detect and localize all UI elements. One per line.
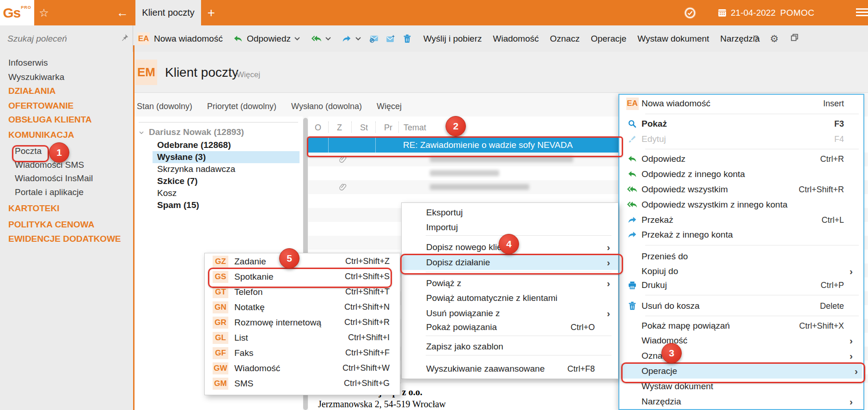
back-arrow-icon[interactable]: ←	[112, 0, 133, 25]
sidebar-section-komunikacja[interactable]: KOMUNIKACJA	[8, 130, 74, 140]
trash-icon	[402, 34, 412, 44]
send-receive-button[interactable]: Wyślij i pobierz	[423, 34, 482, 44]
folder-szkice[interactable]: Szkice (7)	[157, 176, 198, 186]
help-button[interactable]: ?	[753, 33, 759, 44]
menu-item-drukuj[interactable]: Drukuj Ctrl+P	[623, 278, 857, 293]
menu-item-pokaz-mape-powiazan[interactable]: Pokaż mapę powiązań Ctrl+Shift+X	[623, 318, 857, 333]
sidebar-section-ofertowanie[interactable]: OFERTOWANIE	[8, 101, 73, 111]
issue-document-button[interactable]: Wystaw dokument	[637, 34, 709, 44]
chevron-down-icon[interactable]	[138, 129, 145, 136]
filter-more[interactable]: Więcej	[377, 102, 402, 113]
gm-badge: GM	[213, 378, 228, 390]
help-link[interactable]: POMOC	[780, 0, 814, 25]
menu-item-faks[interactable]: GF Faks Ctrl+Shift+F	[205, 345, 400, 361]
sidebar-item-portale-i-aplikacje[interactable]: Portale i aplikacje	[15, 187, 84, 197]
filter-sent[interactable]: Wysłano (dowolna)	[291, 102, 362, 113]
menu-item-usun-do-kosza[interactable]: Usuń do kosza Delete	[623, 299, 857, 313]
menu-item-wyszukiwanie-zaawansowane[interactable]: Wyszukiwanie zaawansowane Ctrl+F8	[402, 361, 618, 376]
menu-item-oznacz[interactable]: Oznacz ›	[623, 349, 857, 363]
menu-item-zapisz-jako-szablon[interactable]: Zapisz jako szablon	[402, 339, 618, 354]
menu-item-importuj[interactable]: Importuj	[402, 220, 618, 235]
sidebar-item-infoserwis[interactable]: Infoserwis	[8, 58, 48, 68]
column-header-temat[interactable]: Temat	[403, 123, 426, 133]
search-input[interactable]	[6, 33, 121, 44]
mark-menu-button[interactable]: Oznacz	[550, 34, 580, 44]
folder-skrzynka-nadawcza[interactable]: Skrzynka nadawcza	[157, 164, 235, 174]
folder-spam[interactable]: Spam (15)	[157, 200, 199, 210]
menu-item-przekaz-z-innego-konta[interactable]: Przekaż z innego konta	[623, 227, 857, 242]
reply-all-button[interactable]	[312, 34, 331, 44]
sidebar-item-wyszukiwarka[interactable]: Wyszukiwarka	[8, 72, 64, 82]
gz-badge: GZ	[213, 256, 228, 268]
menu-item-przekaz[interactable]: Przekaż Ctrl+L	[623, 213, 857, 227]
command-search[interactable]	[0, 25, 133, 52]
sidebar-item-wiadomosci-insmail[interactable]: Wiadomości InsMail	[15, 173, 93, 184]
gn-badge: GN	[213, 301, 228, 313]
submenu-chevron-icon: ›	[607, 308, 614, 319]
menu-item-powiaz-automatycznie[interactable]: Powiąż automatycznie z klientami	[402, 291, 618, 306]
menu-item-usun-powiazanie-z[interactable]: Usuń powiązanie z ›	[402, 306, 618, 321]
em-module-badge: EM	[135, 60, 157, 85]
sidebar-section-dzialania[interactable]: DZIAŁANIA	[8, 86, 55, 96]
column-header-z[interactable]: Z	[337, 123, 342, 133]
menu-item-odpowiedz-wszystkim-z-innego-konta[interactable]: Odpowiedz wszystkim z innego konta	[623, 197, 857, 212]
sidebar-section-polityka-cenowa[interactable]: POLITYKA CENOWA	[8, 220, 94, 230]
filter-priority[interactable]: Priorytet (dowolny)	[207, 102, 276, 113]
menu-item-notatke[interactable]: GN Notatkę Ctrl+Shift+N	[205, 300, 400, 315]
sidebar-section-ewidencje-dodatkowe[interactable]: EWIDENCJE DODATKOWE	[8, 234, 121, 244]
pin-icon[interactable]	[121, 33, 129, 44]
menu-item-nowa-wiadomosc[interactable]: EA Nowa wiadomość Insert	[623, 96, 857, 111]
sidebar-section-obsluga-klienta[interactable]: OBSŁUGA KLIENTA	[8, 115, 92, 125]
annotation-box-spotkanie	[208, 268, 392, 288]
mail-blocked-icon	[369, 34, 379, 44]
tab-klient-poczty[interactable]: Klient poczty	[135, 0, 201, 25]
mail-new-button[interactable]	[385, 34, 396, 44]
menu-item-wiadomosc-dzialanie[interactable]: GW Wiadomość Ctrl+Shift+W	[205, 361, 400, 376]
submenu-chevron-icon: ›	[607, 278, 614, 289]
filter-state[interactable]: Stan (dowolny)	[137, 102, 192, 113]
menu-item-sms[interactable]: GM SMS Ctrl+Shift+G	[205, 376, 400, 391]
current-date[interactable]: 21-04-2022	[731, 0, 776, 25]
menu-item-rozmowe-internetowa[interactable]: GR Rozmowę internetową Ctrl+Shift+R	[205, 315, 400, 330]
gl-badge: GL	[213, 332, 228, 344]
page-more-link[interactable]: Więcej	[237, 70, 260, 80]
new-tab-button[interactable]: +	[201, 0, 221, 25]
new-message-button[interactable]: EA Nowa wiadomość	[137, 32, 223, 45]
menu-item-odpowiedz[interactable]: Odpowiedz Ctrl+R	[623, 152, 857, 166]
menu-item-list[interactable]: GL List Ctrl+Shift+I	[205, 330, 400, 345]
windows-stack-icon[interactable]	[790, 33, 799, 44]
favorites-star-icon[interactable]: ☆	[34, 0, 54, 25]
column-separator	[398, 122, 399, 133]
column-header-st[interactable]: St	[360, 123, 368, 133]
submenu-chevron-icon: ›	[607, 242, 614, 253]
forward-button[interactable]	[342, 34, 361, 44]
menu-item-edytuj[interactable]: Edytuj F4	[623, 132, 857, 147]
menu-item-odpowiedz-z-innego-konta[interactable]: Odpowiedz z innego konta	[623, 167, 857, 182]
mail-blocked-button[interactable]	[369, 34, 379, 44]
column-header-pr[interactable]: Pr	[384, 123, 392, 133]
settings-gear-icon[interactable]: ⚙	[770, 33, 779, 44]
menu-item-wiadomosc[interactable]: Wiadomość ›	[623, 333, 857, 348]
menu-item-eksportuj[interactable]: Eksportuj	[402, 205, 618, 220]
menu-item-pokaz[interactable]: Pokaż F3	[623, 116, 857, 131]
mail-toolbar: EA Nowa wiadomość Odpowiedz Wyślij i pob…	[0, 25, 868, 52]
delete-button[interactable]	[402, 34, 412, 44]
menu-item-narzedzia[interactable]: Narzędzia ›	[623, 394, 857, 409]
operations-menu-button[interactable]: Operacje	[591, 34, 626, 44]
column-header-o[interactable]: O	[315, 123, 321, 133]
menu-item-powiaz-z[interactable]: Powiąż z ›	[402, 276, 618, 291]
menu-item-przenies-do[interactable]: Przenieś do	[623, 249, 857, 264]
menu-item-zadanie[interactable]: GZ Zadanie Ctrl+Shift+Z	[205, 254, 400, 269]
folder-kosz[interactable]: Kosz	[157, 188, 177, 198]
menu-item-kopiuj-do[interactable]: Kopiuj do ›	[623, 264, 857, 279]
reply-button[interactable]: Odpowiedz	[233, 34, 300, 44]
reply-icon	[627, 154, 637, 164]
menu-item-pokaz-powiazania[interactable]: Pokaż powiązania Ctrl+O	[402, 320, 618, 335]
hamburger-menu-icon[interactable]	[856, 8, 868, 18]
message-menu-button[interactable]: Wiadomość	[493, 34, 539, 44]
folder-wyslane[interactable]: Wysłane (3)	[157, 152, 206, 162]
folder-odebrane[interactable]: Odebrane (12868)	[157, 140, 231, 150]
menu-item-odpowiedz-wszystkim[interactable]: Odpowiedz wszystkim Ctrl+Shift+R	[623, 182, 857, 197]
account-node[interactable]: Dariusz Nowak (12893)	[149, 127, 244, 137]
sidebar-section-kartoteki[interactable]: KARTOTEKI	[8, 203, 59, 214]
